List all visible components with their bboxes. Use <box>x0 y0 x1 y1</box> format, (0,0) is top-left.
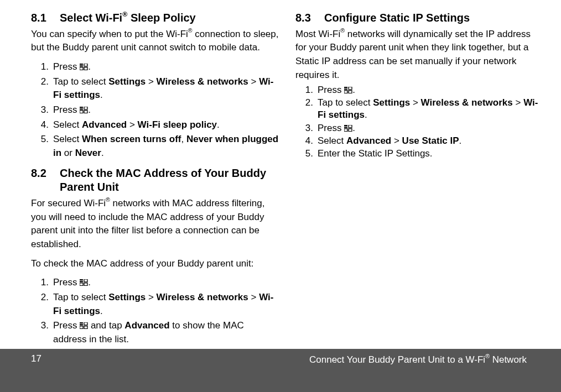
text: > <box>248 76 259 87</box>
svg-rect-4 <box>84 67 87 70</box>
registered-mark: ® <box>485 353 490 359</box>
text: Press <box>53 277 80 288</box>
step-item: Select Advanced > Use Static IP. <box>295 135 543 147</box>
text: , <box>181 134 186 144</box>
step-item: Select When screen turns off, Never when… <box>31 133 279 160</box>
text-bold: Advanced <box>82 119 127 130</box>
svg-rect-15 <box>80 322 83 323</box>
svg-rect-26 <box>349 125 352 128</box>
text: . <box>100 306 103 316</box>
step-item: Press . <box>295 84 543 96</box>
registered-mark: ® <box>340 27 345 34</box>
text-bold: Settings <box>108 76 146 87</box>
text: Press <box>318 123 344 133</box>
text: You can specify when to put the Wi-Fi <box>31 29 188 39</box>
menu-icon <box>344 125 352 132</box>
document-page: 8.1 Select Wi-Fi® Sleep Policy You can s… <box>0 0 561 392</box>
svg-rect-28 <box>344 128 347 131</box>
text-bold: Settings <box>373 97 410 108</box>
text: . <box>352 123 355 133</box>
text: . <box>101 148 104 158</box>
text: . <box>365 109 367 120</box>
text: > <box>127 119 137 130</box>
text: . <box>352 85 355 95</box>
svg-rect-12 <box>80 281 83 282</box>
heading-segment: Sleep Policy <box>127 12 195 24</box>
svg-rect-22 <box>344 88 347 90</box>
text: Press <box>53 320 80 331</box>
svg-rect-0 <box>80 64 83 65</box>
step-item: Tap to select Settings > Wireless & netw… <box>31 291 279 318</box>
step-item: Press . <box>31 60 279 74</box>
steps-list-8-1: Press . Tap to select Settings > Wireles… <box>31 60 279 160</box>
step-item: Press . <box>31 276 279 290</box>
svg-rect-2 <box>80 65 83 66</box>
text: Select <box>318 135 346 146</box>
text-bold: Wireless & networks <box>157 76 248 87</box>
heading-8-1: 8.1 Select Wi-Fi® Sleep Policy <box>31 11 279 25</box>
text: . <box>88 61 91 72</box>
registered-mark: ® <box>188 27 193 34</box>
svg-rect-6 <box>84 107 87 109</box>
text: Press <box>318 85 344 95</box>
text: Tap to select <box>53 292 108 302</box>
text: and tap <box>88 320 124 331</box>
svg-rect-18 <box>80 326 83 329</box>
svg-rect-16 <box>84 322 87 325</box>
text: or <box>61 148 75 158</box>
page-footer: 17 Connect Your Buddy Parent Unit to a W… <box>0 349 561 392</box>
menu-icon <box>80 322 88 329</box>
page-number: 17 <box>31 353 41 364</box>
heading-text: Configure Static IP Settings <box>324 11 543 25</box>
svg-rect-27 <box>344 127 347 128</box>
menu-icon <box>80 279 88 286</box>
svg-rect-19 <box>84 326 87 329</box>
menu-icon <box>344 87 352 93</box>
text: Network <box>490 354 527 365</box>
svg-rect-11 <box>84 279 87 282</box>
text: . <box>459 135 462 146</box>
svg-rect-1 <box>84 64 87 66</box>
text: Connect Your Buddy Parent Unit to a W-Fi <box>309 354 485 365</box>
text-bold: Never <box>75 148 101 158</box>
svg-rect-20 <box>344 87 347 88</box>
text-bold: Wireless & networks <box>421 97 513 108</box>
text-bold: Advanced <box>124 320 169 331</box>
text: Tap to select <box>53 76 108 87</box>
text-bold: Wi-Fi sleep policy <box>138 119 217 130</box>
text: Select <box>53 134 82 144</box>
svg-rect-23 <box>344 91 347 93</box>
step-item: Press . <box>31 103 279 117</box>
text: For secured Wi-Fi <box>31 198 106 208</box>
svg-rect-13 <box>80 283 83 286</box>
heading-8-3: 8.3 Configure Static IP Settings <box>295 11 543 25</box>
registered-mark: ® <box>106 196 110 203</box>
text-bold: Advanced <box>346 135 391 146</box>
text-bold: Settings <box>108 292 146 302</box>
registered-mark: ® <box>122 11 127 18</box>
text: Press <box>53 104 80 115</box>
text: Press <box>53 61 80 72</box>
heading-number: 8.3 <box>295 11 324 25</box>
step-item: Press and tap Advanced to show the MAC a… <box>31 319 279 346</box>
text: > <box>513 97 523 108</box>
svg-rect-9 <box>84 111 87 113</box>
paragraph: You can specify when to put the Wi-Fi® c… <box>31 27 279 55</box>
heading-text: Select Wi-Fi® Sleep Policy <box>60 11 279 25</box>
text: . <box>88 277 91 288</box>
text: Most Wi-Fi <box>295 29 340 39</box>
heading-text: Check the MAC Address of Your Buddy Pare… <box>60 166 279 194</box>
text: > <box>410 97 420 108</box>
paragraph: To check the MAC address of your Buddy p… <box>31 257 279 271</box>
heading-8-2: 8.2 Check the MAC Address of Your Buddy … <box>31 166 279 194</box>
svg-rect-8 <box>80 111 83 113</box>
text: Select <box>53 119 82 130</box>
svg-rect-25 <box>344 125 347 126</box>
svg-rect-10 <box>80 279 83 280</box>
menu-icon <box>80 64 88 70</box>
text: Enter the Static IP Settings. <box>318 148 433 159</box>
footer-title: Connect Your Buddy Parent Unit to a W-Fi… <box>309 353 527 365</box>
step-item: Select Advanced > Wi-Fi sleep policy. <box>31 118 279 132</box>
text: Tap to select <box>318 97 373 108</box>
text-bold: Wireless & networks <box>157 292 248 302</box>
